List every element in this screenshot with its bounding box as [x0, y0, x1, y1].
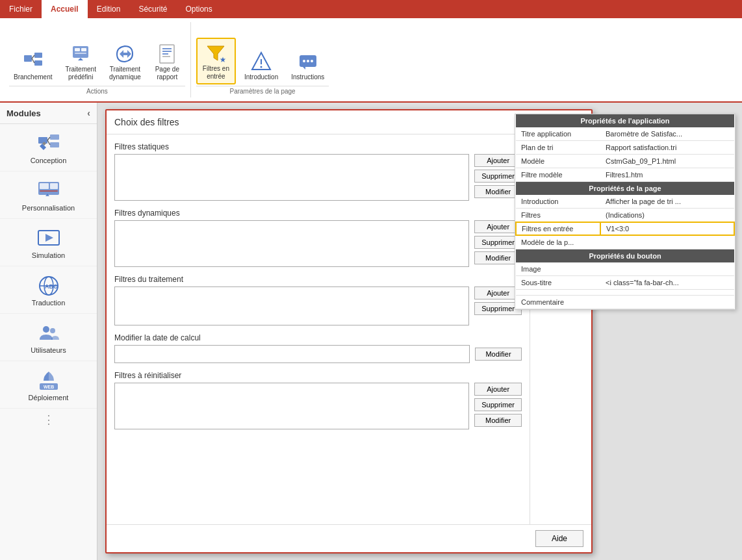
props-row-introduction[interactable]: Introduction Afficher la page de tri ...	[516, 195, 734, 209]
svg-text:WEB: WEB	[44, 385, 54, 389]
section-filtres-reinitialiser: Filtres à réinitialiser Ajouter Supprime…	[114, 371, 522, 429]
props-row-sous-titre[interactable]: Sous-titre <i class="fa fa-bar-ch...	[516, 276, 734, 290]
conception-icon	[36, 131, 62, 157]
filtres-traitement-label: Filtres du traitement	[114, 275, 522, 284]
svg-point-20	[307, 60, 309, 62]
svg-point-38	[50, 328, 55, 333]
props-row-empty	[516, 290, 734, 296]
aide-button[interactable]: Aide	[535, 530, 583, 547]
introduction-label: Introduction	[244, 73, 278, 81]
props-app-header: Propriétés de l'application	[516, 114, 734, 127]
ribbon-btn-instructions[interactable]: Instructions	[287, 47, 329, 84]
filtres-statiques-listbox[interactable]	[114, 154, 469, 201]
sidebar-item-conception[interactable]: Conception	[0, 124, 97, 172]
ribbon-btn-traitement-predefini[interactable]: Traitementprédéfini	[60, 39, 100, 84]
svg-rect-7	[81, 48, 86, 51]
branchement-icon	[21, 50, 45, 73]
sidebar-header: Modules ‹	[0, 103, 97, 124]
dialog-footer: Aide	[107, 524, 591, 552]
svg-rect-24	[50, 142, 59, 147]
sidebar-label-deploiement: Déploiement	[29, 394, 69, 401]
ribbon-btn-filtres-entree[interactable]: Filtres enentrée	[196, 38, 236, 84]
filtres-statiques-label: Filtres statiques	[114, 142, 522, 151]
sidebar-item-simulation[interactable]: Simulation	[0, 219, 97, 266]
props-row-titre-app[interactable]: Titre application Baromètre de Satisfac.…	[516, 127, 734, 141]
svg-rect-28	[40, 183, 49, 189]
sidebar-label-traduction: Traduction	[32, 299, 66, 307]
sidebar-item-personnalisation[interactable]: Personnalisation	[0, 172, 97, 219]
branchement-label: Branchement	[14, 73, 52, 81]
props-row-filtre-modele[interactable]: Filtre modèle Filtres1.htm	[516, 168, 734, 182]
sidebar-label-utilisateurs: Utilisateurs	[31, 346, 66, 354]
svg-rect-5	[73, 46, 88, 58]
svg-rect-22	[38, 137, 47, 144]
instructions-icon	[296, 50, 320, 73]
sidebar-more-dots[interactable]: ⋮	[0, 409, 97, 431]
sidebar-collapse-icon[interactable]: ‹	[87, 108, 90, 118]
svg-line-3	[32, 55, 34, 58]
svg-point-19	[303, 60, 305, 62]
svg-point-37	[43, 326, 49, 333]
page-rapport-label: Page derapport	[155, 66, 179, 81]
props-row-modele-page[interactable]: Modèle de la p...	[516, 235, 734, 249]
svg-rect-30	[40, 190, 58, 192]
instructions-label: Instructions	[291, 73, 324, 81]
menu-accueil[interactable]: Accueil	[42, 0, 88, 18]
svg-point-21	[311, 60, 313, 62]
props-row-plan-tri[interactable]: Plan de tri Rapport satisfaction.tri	[516, 141, 734, 155]
filtres-reinitialiser-supprimer[interactable]: Supprimer	[474, 398, 522, 411]
svg-rect-23	[50, 134, 59, 140]
props-button-header: Propriétés du bouton	[516, 249, 734, 263]
props-row-commentaire[interactable]: Commentaire	[516, 296, 734, 309]
traitement-dynamique-label: Traitementdynamique	[109, 66, 141, 81]
traitement-dynamique-icon	[113, 42, 136, 66]
filtres-reinitialiser-listbox[interactable]	[114, 383, 469, 429]
modifier-date-input[interactable]	[114, 345, 470, 363]
sidebar-item-utilisateurs[interactable]: Utilisateurs	[0, 314, 97, 361]
svg-point-17	[261, 66, 262, 68]
menu-securite[interactable]: Sécurité	[129, 0, 176, 18]
sidebar: Modules ‹ Conception	[0, 103, 97, 560]
ribbon-group-actions: Branchement Traitementprédéfini	[6, 22, 191, 97]
props-row-modele[interactable]: Modèle CstmGab_09_P1.html	[516, 155, 734, 168]
traitement-predefini-label: Traitementprédéfini	[65, 66, 96, 81]
menu-options[interactable]: Options	[176, 0, 221, 18]
properties-panel: Propriétés de l'application Titre applic…	[515, 114, 736, 310]
svg-rect-8	[75, 53, 86, 54]
sidebar-label-conception: Conception	[31, 157, 67, 164]
svg-rect-29	[50, 183, 58, 189]
menu-fichier[interactable]: Fichier	[0, 0, 42, 18]
svg-line-4	[32, 58, 34, 63]
ribbon-group-parametres-label: Paramètres de la page	[196, 86, 329, 95]
filtres-entree-label: Filtres enentrée	[203, 65, 229, 81]
sidebar-label-personnalisation: Personnalisation	[22, 204, 75, 212]
svg-rect-2	[34, 60, 42, 66]
filtres-dynamiques-listbox[interactable]	[114, 220, 469, 267]
section-modifier-date: Modifier la date de calcul Modifier	[114, 333, 522, 363]
menu-edition[interactable]: Edition	[88, 0, 130, 18]
ribbon-btn-introduction[interactable]: Introduction	[240, 47, 283, 84]
deploiement-icon: WEB	[36, 368, 62, 394]
filtres-dynamiques-label: Filtres dynamiques	[114, 209, 522, 218]
sidebar-item-traduction[interactable]: ABC Traduction	[0, 266, 97, 314]
filtres-traitement-listbox[interactable]	[114, 286, 469, 325]
svg-line-25	[47, 137, 50, 140]
page-rapport-icon	[155, 42, 179, 66]
modifier-date-modifier[interactable]: Modifier	[475, 348, 522, 361]
traduction-icon: ABC	[36, 273, 62, 299]
props-row-filtres-entree-highlighted[interactable]: Filtres en entrée V1<3:0	[516, 222, 734, 235]
filtres-entree-icon	[204, 42, 227, 65]
ribbon-group-parametres: Filtres enentrée Introduction	[191, 22, 335, 97]
props-row-filtres[interactable]: Filtres (Indications)	[516, 209, 734, 223]
ribbon-btn-branchement[interactable]: Branchement	[9, 47, 57, 84]
sidebar-item-deploiement[interactable]: WEB Déploiement	[0, 361, 97, 409]
props-row-image[interactable]: Image	[516, 262, 734, 276]
filtres-reinitialiser-label: Filtres à réinitialiser	[114, 371, 522, 380]
ribbon-btn-traitement-dynamique[interactable]: Traitementdynamique	[105, 39, 146, 84]
svg-rect-6	[75, 48, 80, 51]
ribbon-group-actions-label: Actions	[9, 86, 185, 95]
sidebar-label-simulation: Simulation	[32, 251, 65, 259]
ribbon-btn-page-rapport[interactable]: Page derapport	[149, 39, 185, 84]
filtres-reinitialiser-modifier[interactable]: Modifier	[474, 414, 522, 427]
filtres-reinitialiser-ajouter[interactable]: Ajouter	[474, 383, 522, 396]
